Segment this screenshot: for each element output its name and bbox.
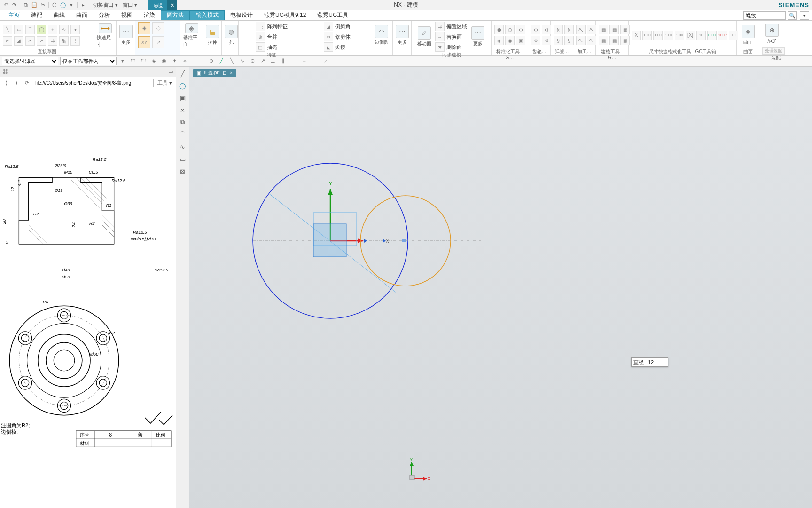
vcurve-icon[interactable]: ∿ xyxy=(178,142,187,151)
varc-icon[interactable]: ⌒ xyxy=(178,130,187,139)
copy-icon[interactable]: ⧉ xyxy=(22,1,30,9)
hole-button[interactable]: ◍孔 xyxy=(225,23,238,48)
offset-region-label[interactable]: 偏置区域 xyxy=(446,23,467,30)
xy-mode-button[interactable]: XY xyxy=(138,36,150,48)
circle-3pt-icon[interactable]: ◌ xyxy=(152,22,164,34)
vx-icon[interactable]: ✕ xyxy=(178,105,187,115)
offset-region-icon[interactable]: ⇉ xyxy=(435,22,445,31)
tools-menu[interactable]: 工具 ▾ xyxy=(156,79,174,87)
sel-icon[interactable]: ⬚ xyxy=(139,57,148,65)
shape-icon[interactable]: ⬡ xyxy=(51,1,58,9)
tab-assembly[interactable]: 装配 xyxy=(25,10,48,20)
dim-tool-icon[interactable]: 10H7 xyxy=(718,31,727,40)
redo-icon[interactable]: ↷ xyxy=(10,1,18,9)
spring-tool-icon[interactable]: § xyxy=(564,25,574,34)
tab-analysis[interactable]: 分析 xyxy=(93,10,116,20)
std-tool-icon[interactable]: ⬢ xyxy=(494,25,504,34)
dim-tool-icon[interactable]: 1.00 xyxy=(653,31,663,40)
std-tool-icon[interactable]: ◉ xyxy=(505,36,515,45)
help-menu[interactable]: ▾ xyxy=(800,11,809,20)
scope-select[interactable]: 仅在工作部件内 xyxy=(60,57,117,65)
model-tool-icon[interactable]: ▦ xyxy=(609,36,619,45)
model-tool-icon[interactable]: ▦ xyxy=(609,25,619,34)
dim-tool-icon[interactable]: 1.00 xyxy=(642,31,652,40)
sel-icon[interactable]: ⟡ xyxy=(180,57,189,65)
tab-input-mode[interactable]: 输入模式 xyxy=(190,10,225,20)
std-tool-icon[interactable]: ▣ xyxy=(516,36,525,45)
dropdown-icon[interactable]: ▾ xyxy=(68,1,75,9)
tab-render[interactable]: 渲染 xyxy=(138,10,161,20)
mfg-tool-icon[interactable]: ⛏ xyxy=(587,36,596,45)
snap-icon[interactable]: — xyxy=(310,57,319,65)
dim-tool-icon[interactable]: X xyxy=(632,31,641,40)
mfg-tool-icon[interactable]: ⛏ xyxy=(576,25,586,34)
snap-icon[interactable]: ╱ xyxy=(217,57,226,65)
rect-icon[interactable]: ▭ xyxy=(14,25,23,34)
delete-face-icon[interactable]: ✖ xyxy=(435,42,445,52)
surface-button[interactable]: ◈曲面 xyxy=(740,23,756,48)
snap-icon[interactable]: ⟋ xyxy=(320,57,329,65)
switch-window-menu[interactable]: 切换窗口 ▾ xyxy=(91,1,120,8)
delete-face-label[interactable]: 删除面 xyxy=(446,44,462,51)
point-icon[interactable]: ＋ xyxy=(48,25,57,34)
offset-sk-icon[interactable]: ⇉ xyxy=(48,36,57,46)
mirror-sk-icon[interactable]: ⧎ xyxy=(59,36,69,46)
draft-icon[interactable]: ◣ xyxy=(324,42,333,52)
trim-body-icon[interactable]: ✂ xyxy=(324,32,333,41)
shell-label[interactable]: 抽壳 xyxy=(267,44,277,51)
trim-label[interactable]: 修剪体 xyxy=(335,33,351,40)
circle-icon[interactable]: ◯ xyxy=(59,1,67,9)
model-tool-icon[interactable]: ▦ xyxy=(599,36,608,45)
shell-icon[interactable]: ◫ xyxy=(256,42,265,52)
tab-curve[interactable]: 曲线 xyxy=(48,10,70,20)
circle-center-icon[interactable]: ◉ xyxy=(138,22,150,34)
replace-label[interactable]: 替换面 xyxy=(446,33,462,40)
sel-icon[interactable]: ✦ xyxy=(170,57,179,65)
search-input[interactable] xyxy=(743,11,786,20)
spring-tool-icon[interactable]: § xyxy=(554,25,563,34)
arc-icon[interactable]: ⌒ xyxy=(25,25,35,34)
vxrect-icon[interactable]: ⊠ xyxy=(178,167,187,176)
sketch-canvas[interactable]: Y X xyxy=(189,67,812,508)
line-icon[interactable]: ╲ xyxy=(3,25,12,34)
model-tool-icon[interactable]: ▦ xyxy=(620,25,630,34)
mfg-tool-icon[interactable]: ⛏ xyxy=(587,25,596,34)
draft-label[interactable]: 拔模 xyxy=(335,44,345,51)
sel-icon[interactable]: ⬚ xyxy=(129,57,137,65)
more2-button[interactable]: ⋯更多 xyxy=(396,23,409,48)
tab-surface[interactable]: 曲面 xyxy=(70,10,93,20)
fillet-icon[interactable]: ⌐ xyxy=(3,36,12,46)
chamfer-label[interactable]: 倒斜角 xyxy=(335,23,351,30)
dimension-input[interactable]: 直径 xyxy=(631,357,668,367)
play-icon[interactable]: ▸ xyxy=(79,1,87,9)
replace-face-icon[interactable]: ↔ xyxy=(435,32,445,41)
sel-icon[interactable]: ◉ xyxy=(160,57,168,65)
union-label[interactable]: 合并 xyxy=(267,33,277,40)
add-asm-button[interactable]: ⊕添加 xyxy=(762,22,782,46)
dim-tool-icon[interactable]: 1.00 xyxy=(675,31,684,40)
spline-icon[interactable]: ∿ xyxy=(59,25,69,34)
more-button[interactable]: ⋯更多 xyxy=(119,23,133,48)
vline-icon[interactable]: ╱ xyxy=(178,69,187,78)
snap-icon[interactable]: ＋ xyxy=(300,57,308,65)
tab-home[interactable]: 主页 xyxy=(3,10,25,20)
tab-electrode[interactable]: 电极设计 xyxy=(225,10,258,20)
selection-filter-select[interactable]: 无选择过滤器 xyxy=(2,57,58,65)
polar-mode-icon[interactable]: ↗ xyxy=(152,36,164,48)
snap-icon[interactable]: ∿ xyxy=(238,57,246,65)
vbookmark-icon[interactable]: ⧉ xyxy=(178,118,187,127)
cut-icon[interactable]: ✂ xyxy=(39,1,47,9)
spring-tool-icon[interactable]: § xyxy=(554,36,563,45)
tab-yanxiu912[interactable]: 燕秀UG模具9.12 xyxy=(258,10,312,20)
forward-icon[interactable]: ⟩ xyxy=(12,79,21,87)
gear-tool-icon[interactable]: ⚙ xyxy=(542,36,551,45)
dim-tool-icon[interactable]: 10 xyxy=(696,31,706,40)
more-sketch-icon[interactable]: ▾ xyxy=(70,25,80,34)
gear-tool-icon[interactable]: ⚙ xyxy=(542,25,551,34)
model-tool-icon[interactable]: ▦ xyxy=(599,25,608,34)
search-button[interactable]: 🔍 xyxy=(788,11,797,20)
model-tool-icon[interactable]: ▦ xyxy=(620,36,630,45)
paste-icon[interactable]: 📋 xyxy=(31,1,38,9)
gear-tool-icon[interactable]: ⚙ xyxy=(531,36,540,45)
snap-icon[interactable]: ⊕ xyxy=(207,57,215,65)
